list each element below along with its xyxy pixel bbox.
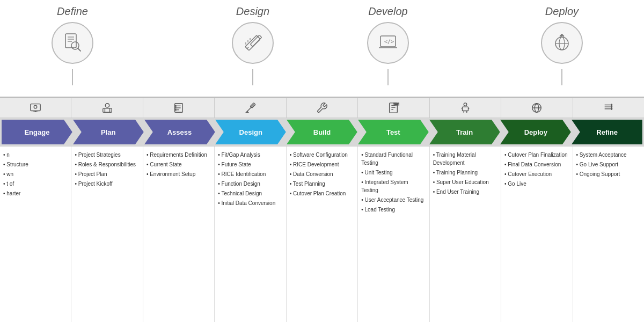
design-icon <box>241 32 264 54</box>
refine-label: Refine <box>596 128 618 136</box>
assess-item-2: • Current State <box>147 160 211 169</box>
icon-row: TEST <box>0 98 644 118</box>
plan-item-4: • Project Kickoff <box>75 180 139 188</box>
icon-cell-deploy <box>501 98 573 118</box>
test-item-4: • User Acceptance Testing <box>361 196 426 204</box>
svg-line-5 <box>78 48 80 51</box>
content-engage: • n • Structure • wn • t of • harter <box>0 147 71 322</box>
svg-point-42 <box>464 103 467 106</box>
define-header: Define <box>52 5 93 85</box>
icon-cell-build <box>287 98 358 118</box>
content-deploy: • Cutover Plan Finalization • Final Data… <box>501 147 573 322</box>
svg-marker-55 <box>611 104 612 106</box>
arrow-design: Design <box>215 120 286 144</box>
arrow-plan: Plan <box>73 120 144 144</box>
develop-icon: </> <box>377 32 399 54</box>
plan-item-2: • Roles & Responsibilities <box>75 160 139 169</box>
train-item-4: • End User Training <box>433 188 497 196</box>
person-screen-icon <box>30 102 41 114</box>
content-area: • n • Structure • wn • t of • harter • P… <box>0 146 644 322</box>
deploy-label: Deploy <box>545 5 579 18</box>
svg-point-22 <box>34 105 37 108</box>
arrow-row: Engage Plan Assess Design <box>0 118 644 146</box>
test-doc-icon: TEST <box>387 102 399 114</box>
content-test: • Standard Functional Testing • Unit Tes… <box>358 147 429 322</box>
deploy-circle <box>541 22 583 64</box>
assess-item-3: • Environment Setup <box>147 170 211 178</box>
arrow-engage: Engage <box>2 120 72 144</box>
design-header: Design <box>232 5 274 85</box>
define-circle <box>52 22 93 64</box>
wrench-icon <box>316 102 328 114</box>
train-label: Train <box>456 128 473 136</box>
icon-cell-refine <box>573 98 644 118</box>
icon-cell-engage <box>0 98 71 118</box>
svg-rect-24 <box>103 108 112 112</box>
train-item-2: • Training Planning <box>433 169 497 177</box>
refine-item-3: • Ongoing Support <box>576 170 641 178</box>
design-tools-icon <box>245 102 257 114</box>
define-label: Define <box>57 5 88 18</box>
icon-cell-assess <box>143 98 215 118</box>
train-item-3: • Super User Education <box>433 178 497 186</box>
svg-text:</>: </> <box>384 39 394 45</box>
svg-text:TEST: TEST <box>393 103 399 106</box>
content-refine: • System Acceptance • Go Live Support • … <box>573 147 644 322</box>
icon-cell-design <box>215 98 286 118</box>
design-item-1: • Fit/Gap Analysis <box>218 151 282 159</box>
arrow-train: Train <box>429 120 500 144</box>
design-item-3: • RICE Identification <box>218 170 282 178</box>
test-item-2: • Unit Testing <box>361 169 426 177</box>
build-label: Build <box>313 128 331 136</box>
design-label: Design <box>236 5 269 18</box>
test-item-3: • Integrated System Testing <box>361 178 426 194</box>
design-item-6: • Initial Data Conversion <box>218 199 282 207</box>
design-item-4: • Function Design <box>218 180 282 188</box>
arrow-assess: Assess <box>144 120 215 144</box>
calendar-head-icon <box>101 102 113 114</box>
deploy-item-2: • Final Data Conversion <box>504 160 569 169</box>
train-item-1: • Training Material Development <box>433 151 497 167</box>
deploy-step-label: Deploy <box>524 128 547 136</box>
engage-item-5: • harter <box>3 189 68 197</box>
content-design: • Fit/Gap Analysis • Future State • RICE… <box>215 147 286 322</box>
checklist-icon <box>173 102 185 114</box>
svg-line-7 <box>247 47 248 49</box>
content-build: • Software Configuration • RICE Developm… <box>287 147 358 322</box>
deploy-item-4: • Go Live <box>504 180 569 188</box>
svg-marker-57 <box>611 108 612 110</box>
plan-item-1: • Project Strategies <box>75 151 139 159</box>
globe-deploy-icon <box>531 102 543 114</box>
design-label: Design <box>239 128 262 136</box>
svg-marker-36 <box>246 111 248 112</box>
plan-item-3: • Project Plan <box>75 170 139 178</box>
arrow-refine: Refine <box>572 120 642 144</box>
svg-point-23 <box>105 104 109 107</box>
main-container: Define Design <box>0 0 644 322</box>
svg-marker-56 <box>611 106 612 108</box>
arrow-test: Test <box>358 120 429 144</box>
icon-cell-test: TEST <box>358 98 429 118</box>
deploy-icon <box>551 32 573 54</box>
svg-rect-43 <box>462 107 468 111</box>
content-assess: • Requirements Definition • Current Stat… <box>143 147 215 322</box>
refine-item-2: • Go Live Support <box>576 160 641 169</box>
develop-header: Develop </> <box>367 5 409 85</box>
test-item-5: • Load Testing <box>361 206 426 214</box>
build-item-5: • Cutover Plan Creation <box>290 189 354 197</box>
content-train: • Training Material Development • Traini… <box>430 147 501 322</box>
svg-rect-19 <box>31 104 40 111</box>
engage-item-3: • wn <box>3 170 68 178</box>
svg-rect-8 <box>250 35 261 46</box>
deploy-item-1: • Cutover Plan Finalization <box>504 151 569 159</box>
deploy-item-3: • Cutover Execution <box>504 170 569 178</box>
engage-label: Engage <box>24 128 49 136</box>
engage-item-4: • t of <box>3 180 68 188</box>
trainer-icon <box>459 102 471 114</box>
stars-icon <box>603 102 614 114</box>
develop-circle: </> <box>367 22 409 64</box>
phase-headers: Define Design <box>0 0 644 98</box>
design-circle <box>232 22 274 64</box>
arrow-build: Build <box>287 120 357 144</box>
plan-label: Plan <box>101 128 115 136</box>
